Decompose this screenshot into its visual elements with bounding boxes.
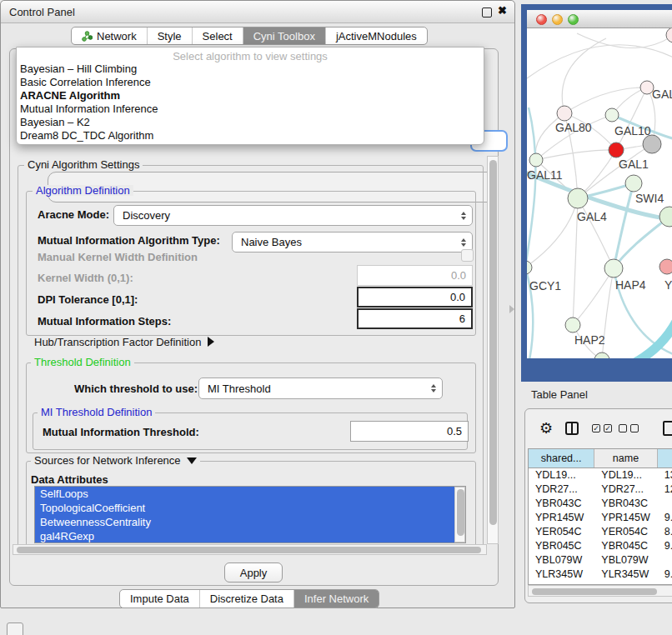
table-cell: YBR045C (594, 539, 657, 553)
column-header-a[interactable]: A (658, 449, 672, 468)
table-row[interactable]: YJL052CYJL052C9 (529, 582, 672, 584)
column-header-name[interactable]: name (594, 449, 657, 468)
table-row[interactable]: YDL19...YDL19...13 (529, 468, 672, 482)
network-node-gal80[interactable] (557, 106, 572, 121)
table-row[interactable]: YLR345WYLR345W9. (529, 568, 672, 582)
apply-button[interactable]: Apply (224, 562, 283, 582)
attributes-scrollbar-thumb[interactable] (457, 489, 464, 536)
network-node-hap2[interactable] (565, 318, 580, 332)
table-cell: YER054C (594, 525, 657, 539)
network-node-gal11[interactable] (529, 153, 543, 167)
group-title: Cyni Algorithm Settings (24, 159, 143, 170)
tab-select[interactable]: Select (192, 28, 243, 44)
mi-type-value: Naive Bayes (241, 236, 302, 248)
table-row[interactable]: YBR043CYBR043C (529, 497, 672, 511)
control-panel-titlebar[interactable]: Control Panel ✖ (1, 1, 514, 23)
network-node-gal4[interactable] (568, 188, 588, 208)
network-graph[interactable]: GALGAL80GAL10GAL1GAL11SWI4GAL4GCY1HAP4YH… (527, 28, 672, 358)
settings-hscrollbar[interactable] (13, 544, 487, 555)
minimize-window-button[interactable] (552, 14, 563, 25)
tab-infer-network[interactable]: Infer Network (293, 590, 379, 608)
network-node-y[interactable] (659, 259, 672, 274)
mi-type-combo[interactable]: Naive Bayes (232, 232, 473, 252)
attributes-scrollbar[interactable] (454, 487, 465, 542)
column-manager-icon[interactable] (565, 422, 579, 435)
network-node-gal1[interactable] (609, 142, 624, 158)
dpi-tolerance-input[interactable]: 0.0 (357, 287, 473, 308)
manual-kernel-checkbox[interactable] (461, 249, 474, 262)
algorithm-option-basic-correlation-inference[interactable]: Basic Correlation Inference (17, 76, 484, 89)
attribute-item-selfloops[interactable]: SelfLoops (35, 487, 454, 501)
attribute-item-topologicalcoefficient[interactable]: TopologicalCoefficient (35, 501, 454, 515)
algorithm-option-bayesian-k2[interactable]: Bayesian – K2 (17, 116, 484, 129)
hub-definition-toggle[interactable]: Hub/Transcription Factor Definition (34, 336, 214, 348)
kernel-width-value: 0.0 (451, 269, 466, 282)
network-view-canvas[interactable]: GALGAL80GAL10GAL1GAL11SWI4GAL4GCY1HAP4YH… (527, 28, 672, 358)
table-hscrollbar[interactable] (528, 585, 672, 597)
network-edge (578, 198, 614, 268)
table-cell: YER054C (529, 525, 594, 539)
table-row[interactable]: YBL079WYBL079W (529, 553, 672, 568)
hub-definition-label: Hub/Transcription Factor Definition (34, 336, 201, 348)
panel-splitter-arrow[interactable] (509, 305, 514, 313)
table-row[interactable]: YDR27...YDR27...12 (529, 482, 672, 497)
zoom-window-button[interactable] (568, 14, 579, 25)
network-edge (527, 108, 535, 268)
network-node-hap4[interactable] (604, 259, 623, 278)
table-cell: YPR145W (594, 511, 657, 525)
docked-panel-icon[interactable] (7, 622, 23, 635)
attribute-item-betweennesscentrality[interactable]: BetweennessCentrality (35, 515, 454, 529)
close-window-button[interactable] (536, 14, 547, 25)
network-window-titlebar[interactable] (527, 10, 672, 28)
tab-discretize-data[interactable]: Discretize Data (199, 590, 293, 608)
sources-toggle[interactable]: Sources for Network Inference (31, 455, 200, 466)
tab-jactivemnodules[interactable]: jActiveMNodules (325, 28, 427, 44)
select-all-icon[interactable]: ✓✓ (592, 424, 612, 432)
settings-vscrollbar-thumb[interactable] (489, 160, 497, 525)
tab-network[interactable]: Network (72, 28, 147, 44)
table-row[interactable]: YBR045CYBR045C9. (529, 539, 672, 553)
column-header-shared[interactable]: shared... (529, 449, 594, 468)
table-cell: 9. (658, 539, 672, 553)
mi-steps-input[interactable]: 6 (357, 308, 473, 329)
tab-style[interactable]: Style (147, 28, 192, 44)
algorithm-option-mutual-information-inference[interactable]: Mutual Information Inference (17, 102, 484, 116)
algorithm-option-dream8-dc-tdc-algorithm[interactable]: Dream8 DC_TDC Algorithm (17, 129, 484, 142)
gear-icon[interactable]: ⚙ (539, 421, 553, 436)
tab-label: jActiveMNodules (336, 30, 417, 42)
settings-hscrollbar-thumb[interactable] (17, 547, 481, 553)
network-node-swi4[interactable] (625, 175, 642, 192)
tab-cyni-toolbox[interactable]: Cyni Toolbox (243, 28, 325, 44)
attribute-items: SelfLoopsTopologicalCoefficientBetweenne… (35, 487, 454, 543)
settings-scrollpane: Cyni Algorithm Settings Algorithm Defini… (13, 156, 487, 544)
algorithm-option-bayesian-hill-climbing[interactable]: Bayesian – Hill Climbing (17, 62, 484, 76)
export-table-icon[interactable] (663, 421, 672, 436)
algorithm-option-aracne-algorithm[interactable]: ARACNE Algorithm (17, 89, 484, 102)
deselect-all-icon[interactable] (619, 424, 639, 432)
mi-threshold-input[interactable]: 0.5 (350, 421, 469, 442)
table-cell: 12 (658, 482, 672, 497)
network-node[interactable] (643, 135, 661, 153)
group-title: Threshold Definition (31, 357, 134, 368)
kernel-width-input[interactable]: 0.0 (357, 265, 473, 286)
table-cell: 9. (658, 568, 672, 582)
tab-impute-data[interactable]: Impute Data (120, 590, 199, 608)
aracne-mode-value: Discovery (123, 209, 170, 222)
table-hscrollbar-thumb[interactable] (532, 588, 657, 595)
table-cell (658, 497, 672, 511)
attribute-item-gal4rgexp[interactable]: gal4RGexp (35, 529, 454, 543)
mi-steps-label: Mutual Information Steps: (38, 315, 171, 328)
which-threshold-combo[interactable]: MI Threshold (198, 378, 443, 399)
screen: Control Panel ✖ NetworkStyleSelectCyni T… (0, 0, 672, 635)
network-node-gal10[interactable] (605, 108, 619, 122)
settings-vscrollbar[interactable] (487, 156, 499, 544)
aracne-mode-combo[interactable]: Discovery (113, 205, 473, 226)
node-label-swi4: SWI4 (635, 192, 664, 205)
close-icon[interactable]: ✖ (498, 4, 507, 17)
table-row[interactable]: YPR145WYPR145W9. (529, 511, 672, 525)
network-node[interactable] (594, 352, 609, 358)
network-node[interactable] (666, 28, 672, 42)
kernel-width-label: Kernel Width (0,1): (38, 272, 133, 284)
table-row[interactable]: YER054CYER054C8. (529, 525, 672, 539)
float-window-icon[interactable] (482, 8, 492, 18)
